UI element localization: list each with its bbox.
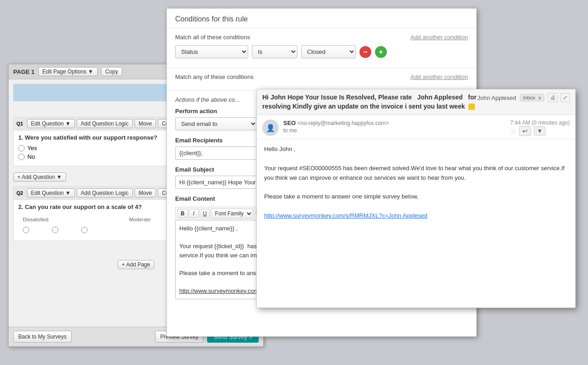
q2-move-button[interactable]: Move <box>135 188 156 198</box>
q1-logic-button[interactable]: Add Question Logic <box>77 119 133 128</box>
email-to: to me <box>283 127 505 134</box>
edit-page-options-button[interactable]: Edit Page Options ▼ <box>38 67 98 76</box>
bold-button[interactable]: B <box>177 209 188 218</box>
email-subject-right: John Applesed Inbox x 🖨 ⤢ <box>477 93 570 102</box>
condition-operator-select[interactable]: Is <box>252 45 297 58</box>
back-to-surveys-button[interactable]: Back to My Surveys <box>13 331 72 343</box>
match-all-header: Match all of these conditions Add anothe… <box>175 34 468 41</box>
conditions-title: Conditions for this rule <box>167 9 476 28</box>
yellow-dot-icon <box>468 104 475 110</box>
email-greeting: Hello John , <box>264 145 568 154</box>
scale-mid-label: Moderate <box>129 217 150 222</box>
avatar-icon: 👤 <box>266 124 275 132</box>
email-body: Hello John , Your request #SEO00000555 h… <box>257 139 575 226</box>
match-any-header: Match any of these conditions Add anothe… <box>175 73 468 80</box>
condition-row-1: Status Is Closed − + <box>175 45 468 58</box>
q1-no-label: No <box>27 153 35 160</box>
email-action-row: ☆ ↩ ▼ <box>510 126 570 136</box>
add-question-button-mid[interactable]: + Add Question ▼ <box>13 172 66 182</box>
print-button[interactable]: 🖨 <box>548 93 558 102</box>
condition-field-select[interactable]: Status <box>175 45 248 58</box>
email-time: 7:44 AM (0 minutes ago) <box>510 120 570 126</box>
email-content-label: Email Content <box>175 195 215 202</box>
email-body-line2: Please take a moment to answer one simpl… <box>264 192 568 202</box>
radio-yes-circle <box>18 145 25 151</box>
font-family-select[interactable]: Font Family <box>211 209 253 219</box>
q1-move-button[interactable]: Move <box>135 119 156 128</box>
condition-value-select[interactable]: Closed <box>301 45 356 58</box>
remove-condition-button[interactable]: − <box>359 46 371 58</box>
sender-avatar: 👤 <box>262 120 279 136</box>
close-badge-button[interactable]: x <box>539 95 541 100</box>
page-label: PAGE 1 <box>13 68 35 75</box>
more-options-button[interactable]: ▼ <box>534 126 546 136</box>
email-subject-bar: Hi John Hope Your Issue Is Resolved, Ple… <box>257 89 575 115</box>
match-any-section: Match any of these conditions Add anothe… <box>167 68 476 91</box>
q1-edit-button[interactable]: Edit Question ▼ <box>27 119 75 128</box>
from-name: SEO <box>283 120 296 126</box>
scale-circle-1 <box>23 227 29 233</box>
q2-edit-button[interactable]: Edit Question ▼ <box>27 188 75 198</box>
star-icon[interactable]: ☆ <box>510 127 516 136</box>
match-any-label: Match any of these conditions <box>175 73 254 80</box>
expand-button[interactable]: ⤢ <box>561 93 570 102</box>
q2-logic-button[interactable]: Add Question Logic <box>77 188 133 198</box>
q2-label: Q2 <box>16 190 23 196</box>
underline-button[interactable]: U <box>200 209 210 218</box>
email-time-area: 7:44 AM (0 minutes ago) ☆ ↩ ▼ <box>510 120 570 136</box>
add-condition-button[interactable]: + <box>375 46 387 58</box>
add-page-button[interactable]: + Add Page <box>118 260 154 269</box>
match-all-label: Match all of these conditions <box>175 34 250 41</box>
match-all-section: Match all of these conditions Add anothe… <box>167 28 476 68</box>
sender-name: John Applesed <box>477 94 516 101</box>
inbox-badge: Inbox x <box>520 94 544 101</box>
add-condition-link-1[interactable]: Add another condition <box>411 34 468 41</box>
survey-link[interactable]: http://www.surveymonkey.com/s/RMRMJXL?c=… <box>264 212 427 219</box>
italic-button[interactable]: I <box>189 209 199 218</box>
email-preview-window: Hi John Hope Your Issue Is Resolved, Ple… <box>256 89 576 308</box>
email-body-line1: Your request #SEO00000555 has been deeme… <box>264 164 568 183</box>
scale-circle-2 <box>52 227 58 233</box>
email-action-icons: 🖨 ⤢ <box>548 93 570 102</box>
reply-button[interactable]: ↩ <box>519 126 531 136</box>
q1-label: Q1 <box>16 121 23 126</box>
email-subject-text: Hi John Hope Your Issue Is Resolved, Ple… <box>262 93 477 111</box>
email-subject-main: Hi John Hope Your Issue Is Resolved, Ple… <box>262 94 477 110</box>
scale-circle-3 <box>81 227 88 233</box>
inbox-text: Inbox <box>523 95 536 100</box>
radio-no-circle <box>18 154 25 160</box>
email-meta: SEO <no-reply@marketing.happyfox.com> to… <box>283 120 505 134</box>
perform-action-select[interactable]: Send email to <box>175 117 257 130</box>
email-from: SEO <no-reply@marketing.happyfox.com> <box>283 120 505 126</box>
email-header-row: 👤 SEO <no-reply@marketing.happyfox.com> … <box>257 115 575 139</box>
q1-yes-label: Yes <box>27 145 37 151</box>
from-email: <no-reply@marketing.happyfox.com> <box>297 120 389 126</box>
add-condition-link-2[interactable]: Add another condition <box>411 73 468 80</box>
scale-left-label: Dissatisfied <box>23 217 48 222</box>
copy-page-button[interactable]: Copy <box>101 67 122 76</box>
